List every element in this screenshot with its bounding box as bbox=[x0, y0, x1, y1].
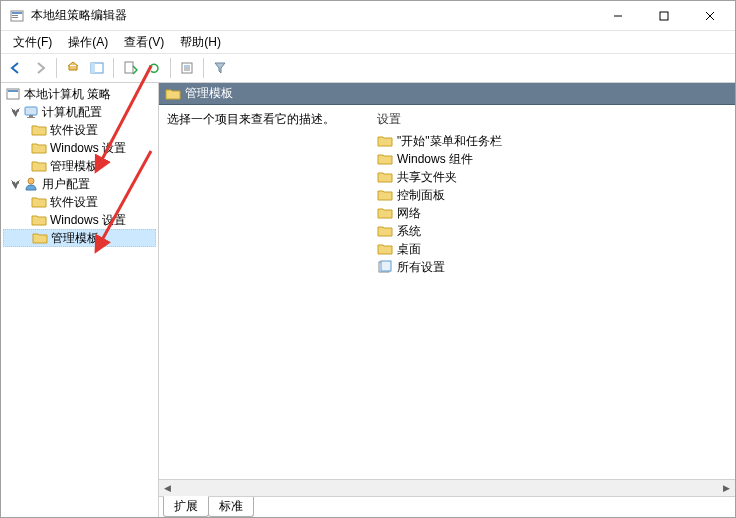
toolbar-separator bbox=[170, 58, 171, 78]
folder-icon bbox=[377, 169, 393, 185]
svg-rect-5 bbox=[660, 12, 668, 20]
tree-label: 计算机配置 bbox=[42, 104, 102, 121]
svg-rect-10 bbox=[125, 62, 133, 73]
horizontal-scrollbar[interactable]: ◀ ▶ bbox=[159, 479, 735, 496]
detail-list[interactable]: 设置 "开始"菜单和任务栏 Windows 组件 共享文件夹 控制面板 网络 系… bbox=[377, 111, 727, 473]
tree-windows-settings[interactable]: Windows 设置 bbox=[3, 139, 156, 157]
list-item-label: Windows 组件 bbox=[397, 151, 473, 168]
back-button[interactable] bbox=[5, 57, 27, 79]
filter-button[interactable] bbox=[209, 57, 231, 79]
scroll-right-button[interactable]: ▶ bbox=[718, 480, 735, 496]
tree-label: 软件设置 bbox=[50, 122, 98, 139]
list-column-header[interactable]: 设置 bbox=[377, 111, 727, 132]
scroll-track[interactable] bbox=[176, 480, 718, 496]
maximize-button[interactable] bbox=[641, 1, 687, 30]
detail-body: 选择一个项目来查看它的描述。 设置 "开始"菜单和任务栏 Windows 组件 … bbox=[159, 105, 735, 479]
forward-button[interactable] bbox=[29, 57, 51, 79]
svg-rect-19 bbox=[27, 117, 35, 118]
tab-standard[interactable]: 标准 bbox=[208, 497, 254, 517]
list-item[interactable]: 控制面板 bbox=[377, 186, 727, 204]
collapse-icon[interactable]: ⮟ bbox=[9, 179, 23, 190]
svg-rect-17 bbox=[25, 107, 37, 115]
list-item[interactable]: "开始"菜单和任务栏 bbox=[377, 132, 727, 150]
svg-rect-16 bbox=[8, 90, 18, 92]
toolbar-separator bbox=[113, 58, 114, 78]
svg-rect-22 bbox=[381, 261, 391, 271]
list-item-label: 控制面板 bbox=[397, 187, 445, 204]
list-item[interactable]: 共享文件夹 bbox=[377, 168, 727, 186]
tree-label: 本地计算机 策略 bbox=[24, 86, 111, 103]
detail-panel: 管理模板 选择一个项目来查看它的描述。 设置 "开始"菜单和任务栏 Window… bbox=[159, 83, 735, 517]
menu-action[interactable]: 操作(A) bbox=[60, 32, 116, 53]
folder-icon bbox=[31, 194, 47, 210]
folder-icon bbox=[165, 86, 181, 102]
list-item[interactable]: Windows 组件 bbox=[377, 150, 727, 168]
svg-point-20 bbox=[28, 178, 34, 184]
menu-file[interactable]: 文件(F) bbox=[5, 32, 60, 53]
show-hide-button[interactable] bbox=[86, 57, 108, 79]
folder-icon bbox=[377, 151, 393, 167]
svg-rect-9 bbox=[91, 63, 95, 73]
toolbar-separator bbox=[56, 58, 57, 78]
svg-rect-2 bbox=[12, 15, 18, 16]
folder-icon bbox=[377, 187, 393, 203]
menu-help[interactable]: 帮助(H) bbox=[172, 32, 229, 53]
list-item-label: 所有设置 bbox=[397, 259, 445, 276]
folder-icon bbox=[31, 140, 47, 156]
content-area: 本地计算机 策略 ⮟ 计算机配置 软件设置 Windows 设置 管理模板 ⮟ … bbox=[1, 83, 735, 517]
close-button[interactable] bbox=[687, 1, 733, 30]
properties-button[interactable] bbox=[176, 57, 198, 79]
tree-admin-templates[interactable]: 管理模板 bbox=[3, 157, 156, 175]
folder-icon bbox=[377, 223, 393, 239]
folder-icon bbox=[31, 212, 47, 228]
list-item[interactable]: 桌面 bbox=[377, 240, 727, 258]
tree-computer-config[interactable]: ⮟ 计算机配置 bbox=[3, 103, 156, 121]
list-item-label: "开始"菜单和任务栏 bbox=[397, 133, 502, 150]
tree-label: Windows 设置 bbox=[50, 140, 126, 157]
folder-icon bbox=[377, 205, 393, 221]
app-icon bbox=[9, 8, 25, 24]
folder-icon bbox=[31, 122, 47, 138]
folder-icon bbox=[31, 158, 47, 174]
tree-windows-settings[interactable]: Windows 设置 bbox=[3, 211, 156, 229]
svg-rect-1 bbox=[12, 12, 22, 14]
tree-panel[interactable]: 本地计算机 策略 ⮟ 计算机配置 软件设置 Windows 设置 管理模板 ⮟ … bbox=[1, 83, 159, 517]
svg-rect-18 bbox=[29, 115, 33, 117]
list-item[interactable]: 所有设置 bbox=[377, 258, 727, 276]
tree-label: 管理模板 bbox=[50, 158, 98, 175]
toolbar-separator bbox=[203, 58, 204, 78]
export-button[interactable] bbox=[119, 57, 141, 79]
tree-label: 软件设置 bbox=[50, 194, 98, 211]
tree-admin-templates-selected[interactable]: 管理模板 bbox=[3, 229, 156, 247]
settings-icon bbox=[377, 259, 393, 275]
folder-icon bbox=[377, 241, 393, 257]
scroll-left-button[interactable]: ◀ bbox=[159, 480, 176, 496]
list-item-label: 系统 bbox=[397, 223, 421, 240]
list-item-label: 桌面 bbox=[397, 241, 421, 258]
menu-view[interactable]: 查看(V) bbox=[116, 32, 172, 53]
tabs-row: 扩展 标准 bbox=[159, 496, 735, 517]
tree-label: Windows 设置 bbox=[50, 212, 126, 229]
list-item[interactable]: 网络 bbox=[377, 204, 727, 222]
detail-header-title: 管理模板 bbox=[185, 85, 233, 102]
tree-user-config[interactable]: ⮟ 用户配置 bbox=[3, 175, 156, 193]
up-button[interactable] bbox=[62, 57, 84, 79]
folder-icon bbox=[377, 133, 393, 149]
refresh-button[interactable] bbox=[143, 57, 165, 79]
minimize-button[interactable] bbox=[595, 1, 641, 30]
tab-extended[interactable]: 扩展 bbox=[163, 496, 209, 517]
window-title: 本地组策略编辑器 bbox=[31, 7, 595, 24]
list-item-label: 共享文件夹 bbox=[397, 169, 457, 186]
tree-root[interactable]: 本地计算机 策略 bbox=[3, 85, 156, 103]
menubar: 文件(F) 操作(A) 查看(V) 帮助(H) bbox=[1, 31, 735, 53]
user-icon bbox=[23, 176, 39, 192]
tree-software-settings[interactable]: 软件设置 bbox=[3, 193, 156, 211]
list-item-label: 网络 bbox=[397, 205, 421, 222]
tree-software-settings[interactable]: 软件设置 bbox=[3, 121, 156, 139]
folder-icon bbox=[32, 230, 48, 246]
policy-icon bbox=[5, 86, 21, 102]
collapse-icon[interactable]: ⮟ bbox=[9, 107, 23, 118]
tree-label: 用户配置 bbox=[42, 176, 90, 193]
computer-icon bbox=[23, 104, 39, 120]
list-item[interactable]: 系统 bbox=[377, 222, 727, 240]
